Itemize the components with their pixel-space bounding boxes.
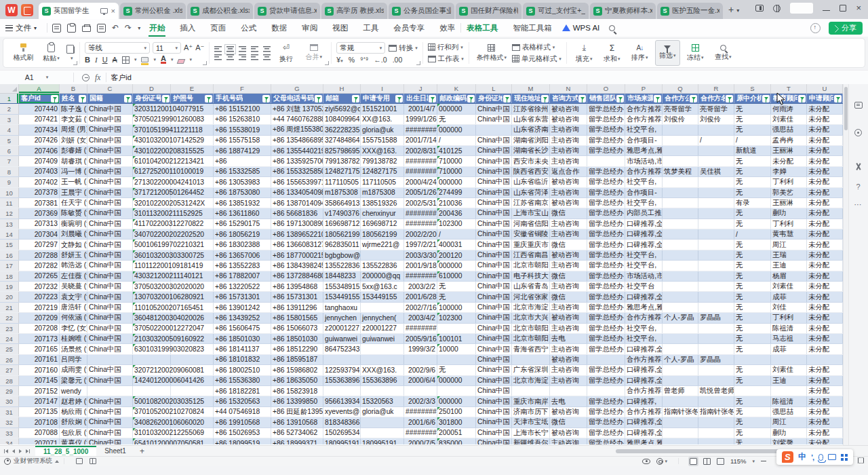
cell[interactable] (663, 156, 698, 166)
cell[interactable]: 被动咨询 (550, 115, 587, 124)
find-button[interactable]: 查找▾ (711, 45, 736, 62)
cell[interactable]: 陕西省西安 (512, 167, 550, 176)
menu-item-审阅[interactable]: 审阅 (301, 20, 318, 37)
cell[interactable]: 207421 (19, 115, 60, 124)
cell[interactable]: 122593794 (323, 365, 361, 375)
row-number[interactable]: 23 (0, 324, 19, 333)
cell[interactable]: +86 1372884680 (271, 271, 323, 281)
cell[interactable]: 口碑推荐,全 (625, 365, 663, 375)
cell[interactable]: +86 13439252 (214, 313, 271, 322)
cell[interactable]: 被动咨询 (550, 313, 587, 322)
cell[interactable]: ######## (404, 125, 437, 134)
cell[interactable]: 2001/6/28 (404, 292, 437, 301)
row-number[interactable]: 6 (0, 146, 19, 155)
merge-cells-button[interactable]: 合并▾ (301, 44, 326, 62)
cell[interactable]: 无 (734, 250, 771, 260)
cell[interactable]: +86 13896522100 (271, 229, 323, 239)
cell[interactable]: 留学总经办 (587, 334, 625, 343)
cell[interactable]: 济南市历下 (512, 407, 550, 417)
header-cell[interactable]: 护照号 (171, 94, 214, 103)
page-view-icon[interactable] (703, 458, 711, 465)
cell[interactable]: ######## (404, 271, 437, 281)
cell[interactable]: 个人-罗晶 (663, 313, 698, 322)
row-number[interactable]: 14 (0, 229, 19, 239)
cell[interactable]: 湖南省长沙 (512, 146, 550, 155)
cell[interactable]: 310113200211152925 (133, 208, 171, 218)
cell[interactable]: 无 (437, 115, 476, 124)
cell[interactable]: China中国 (87, 240, 133, 249)
cell[interactable]: 2003/4/2 (404, 313, 437, 322)
cell[interactable]: 142401200006041426 (133, 376, 171, 385)
cell[interactable] (361, 250, 404, 260)
cell[interactable]: 未分配 (807, 156, 843, 166)
file-tab[interactable]: S宁夏教师样本.xlsx (590, 3, 656, 19)
cell[interactable] (698, 261, 734, 270)
cell[interactable]: +86 刘慧 137052 (271, 104, 323, 113)
cell[interactable]: 200120 (437, 250, 476, 260)
cell[interactable]: China中国 (87, 125, 133, 134)
cell[interactable]: 135522836 (361, 261, 404, 270)
cell[interactable] (698, 271, 734, 281)
cell[interactable]: 何依涵 (女 (60, 313, 87, 322)
cell[interactable]: +86 15575158 (214, 136, 271, 145)
cell[interactable]: China中国 (87, 344, 133, 354)
cell[interactable]: / (698, 136, 734, 145)
cell[interactable]: +86 15066073 (271, 324, 323, 333)
cell[interactable]: 被动咨询 (550, 355, 587, 364)
cell[interactable]: 未分配 (807, 198, 843, 208)
cell[interactable]: 207232 (19, 282, 60, 291)
row-number[interactable]: 28 (0, 376, 19, 385)
column-header-O[interactable]: O (587, 84, 625, 93)
cell[interactable]: z20001227 (323, 324, 361, 333)
menu-item-表格工具[interactable]: 表格工具 (466, 20, 498, 37)
cell[interactable]: z20001227 (361, 324, 404, 333)
close-button[interactable]: × (856, 5, 861, 12)
wrap-text-button[interactable]: ⏎ 换行 (273, 43, 298, 64)
cell[interactable]: 被动咨询 (550, 198, 587, 208)
cell[interactable]: 327484864 (323, 136, 361, 145)
cell[interactable]: 000000 (437, 396, 476, 406)
cell[interactable]: 130703200106280921 (133, 292, 171, 301)
row-number[interactable]: 15 (0, 240, 19, 249)
cell[interactable]: 956613934 (323, 396, 361, 406)
row-number[interactable]: 29 (0, 386, 19, 396)
cell[interactable] (698, 334, 734, 343)
insert-function-icon[interactable] (82, 74, 90, 81)
cell[interactable] (663, 365, 698, 375)
cell[interactable]: 留学总经办 (587, 177, 625, 187)
cell[interactable]: 15320563 (361, 396, 404, 406)
cell[interactable]: 500106199702210321 (133, 240, 171, 249)
cell[interactable]: 留学总经办 (587, 250, 625, 260)
align-bottom-icon[interactable] (239, 46, 246, 52)
menu-item-效率[interactable]: 效率 (439, 20, 456, 37)
wps-logo-icon[interactable]: W (5, 4, 18, 16)
cell[interactable]: 何雨涛 (771, 104, 807, 113)
clear-format-icon[interactable] (177, 59, 186, 64)
cell[interactable] (437, 386, 476, 396)
cell[interactable]: 124827175 (323, 167, 361, 176)
menu-item-公式[interactable]: 公式 (240, 20, 257, 37)
cell[interactable]: 黄嘉仪 (女 (60, 438, 87, 444)
row-number[interactable]: 26 (0, 355, 19, 364)
cell[interactable]: 110112200109181419 (133, 261, 171, 270)
cell[interactable]: 指南针张冬 (698, 407, 734, 417)
cell[interactable]: China中国 (476, 271, 512, 281)
cell[interactable]: +86 13660831276 (271, 240, 323, 249)
cell[interactable]: 207173 (19, 334, 60, 343)
chevron-down-icon[interactable]: ▾ (138, 25, 140, 31)
cell[interactable]: +86 18501030 (271, 334, 323, 343)
cell[interactable]: 衡琬明 (女 (60, 219, 87, 229)
cell[interactable]: 无 (734, 125, 771, 134)
cell[interactable]: 207282 (19, 261, 60, 270)
cell[interactable] (550, 386, 587, 396)
filter-dropdown-button[interactable] (124, 95, 132, 102)
cell[interactable]: China中国 (87, 334, 133, 343)
ime-panel-icon[interactable] (828, 454, 836, 460)
cell[interactable]: 合作方推荐 (625, 167, 663, 176)
cell[interactable] (663, 188, 698, 197)
cell[interactable]: 留学总经办 (587, 146, 625, 155)
cell[interactable] (512, 386, 550, 396)
column-header-N[interactable]: N (550, 84, 587, 93)
cell[interactable]: +86 18595187 (271, 355, 323, 364)
file-tab[interactable]: S公务员国企事业单位 (389, 3, 454, 19)
